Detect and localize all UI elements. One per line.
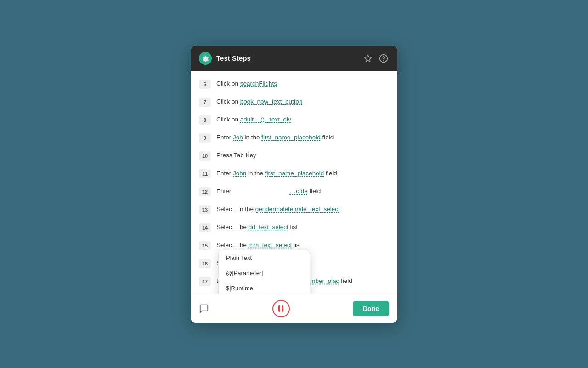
step-value[interactable]: John (233, 170, 246, 177)
steps-list: 6 Click on searchFlights 7 Click on book… (191, 71, 397, 294)
test-steps-panel: Test Steps 6 Click on searchFlights (191, 46, 397, 323)
header-left: Test Steps (199, 52, 251, 65)
pin-button[interactable] (362, 53, 373, 64)
step-item: 7 Click on book_now_text_button (191, 93, 397, 111)
step-item: 6 Click on searchFlights (191, 75, 397, 93)
help-button[interactable] (378, 53, 389, 64)
step-number: 10 (199, 151, 211, 161)
dropdown-item-plain-text[interactable]: Plain Text (219, 250, 310, 265)
step-item: 10 Press Tab Key (191, 147, 397, 165)
step-number: 7 (199, 98, 211, 107)
step-text: Enter …olde field (216, 187, 389, 196)
pause-bar-left (278, 305, 280, 312)
step-value[interactable]: Joh (233, 134, 243, 141)
step-link[interactable]: book_now_text_button (240, 98, 303, 105)
step-link[interactable]: mm_text_select (249, 242, 292, 248)
step-number: 12 (199, 187, 211, 196)
step-text: Selec… n the gendermalefemale_text_selec… (216, 205, 389, 214)
step-text: Press Tab Key (216, 151, 389, 160)
step-number: 17 (199, 277, 211, 286)
step-number: 16 (199, 259, 211, 268)
step-item: 13 Selec… n the gendermalefemale_text_se… (191, 201, 397, 218)
step-text: Enter John in the first_name_placehold f… (216, 169, 389, 178)
pause-bar-right (282, 305, 283, 312)
pause-button[interactable] (272, 300, 290, 317)
step-text: Click on searchFlights (216, 79, 389, 88)
step-text: Click on adult....()._text_div (216, 115, 389, 124)
step-number: 11 (199, 169, 211, 178)
step-link[interactable]: gendermalefemale_text_select (255, 206, 340, 213)
step-number: 6 (199, 80, 211, 89)
panel-footer: Done (191, 294, 397, 323)
step-link[interactable]: …olde (290, 188, 308, 195)
dropdown-item-parameter[interactable]: @|Parameter| (219, 265, 310, 281)
dropdown-item-runtime[interactable]: $|Runtime| (219, 281, 310, 294)
panel-header: Test Steps (191, 46, 397, 71)
step-item: 9 Enter Joh in the first_name_placehold … (191, 129, 397, 147)
step-number: 13 (199, 205, 211, 214)
step-text: Click on book_now_text_button (216, 97, 389, 106)
step-number: 14 (199, 223, 211, 232)
step-link[interactable]: adult....()._text_div (240, 116, 291, 123)
step-number: 9 (199, 133, 211, 143)
add-step-button[interactable] (199, 304, 209, 314)
step-item: 12 Enter …olde field (191, 183, 397, 201)
dropdown-menu: Plain Text @|Parameter| $|Runtime| *|Env… (218, 250, 310, 294)
step-item: 14 Selec… he dd_text_select list (191, 218, 397, 236)
step-link[interactable]: first_name_placehold (265, 170, 324, 177)
step-link[interactable]: searchFlights (240, 80, 277, 87)
panel-title: Test Steps (216, 54, 251, 62)
step-number: 15 (199, 241, 211, 250)
gear-icon (199, 52, 212, 65)
step-text: Selec… he dd_text_select list (216, 223, 389, 232)
step-link[interactable]: dd_text_select (249, 224, 288, 230)
step-item: 8 Click on adult....()._text_div (191, 111, 397, 129)
step-item: 11 Enter John in the first_name_placehol… (191, 165, 397, 183)
step-text: Enter Joh in the first_name_placehold fi… (216, 133, 389, 142)
step-number: 8 (199, 115, 211, 125)
pause-icon (278, 305, 283, 312)
step-link[interactable]: first_name_placehold (261, 134, 320, 141)
done-button[interactable]: Done (353, 301, 389, 316)
header-actions (362, 53, 389, 64)
step-text: Selec… he mm_text_select list (216, 241, 389, 250)
